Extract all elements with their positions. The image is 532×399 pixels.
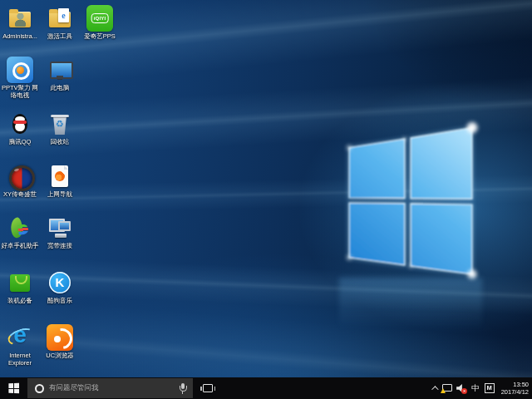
desktop-icon-haozhuo[interactable]: 好卓手机助手 [0,214,40,249]
folder-user-icon [7,5,33,32]
tray-expand-chevron-icon[interactable] [431,386,438,392]
desktop-icon-iqiyi[interactable]: 爱奇艺PPS [80,5,120,40]
uc-icon [47,324,73,351]
microphone-icon[interactable] [179,383,186,394]
desktop-icon-label: 激活工具 [40,32,80,40]
desktop-icon-label: 爱奇艺PPS [80,32,120,40]
bag-icon [7,269,33,296]
desktop-icon-recycle[interactable]: 回收站 [40,111,80,145]
cortana-search-box[interactable]: 有问题尽管问我 [27,378,193,398]
task-view-button[interactable] [197,377,219,399]
desktop-icon-folder-user[interactable]: Administra... [0,5,40,40]
kugou-icon [47,269,73,296]
desktop-icon-kugou[interactable]: 酷狗音乐 [40,269,80,304]
desktop-icon-label: 上网导航 [40,190,80,198]
desktop-icon-folder-e[interactable]: 激活工具 [40,5,80,40]
desktop-icon-broadband[interactable]: 宽带连接 [40,214,80,249]
cortana-icon [35,384,44,393]
qq-icon [7,111,33,137]
desktop-icon-label: Administra... [0,32,40,40]
desktop-icon-label: UC浏览器 [40,352,80,359]
search-placeholder: 有问题尽管问我 [49,383,179,393]
desktop-icon-label: Internet Explorer [0,352,40,367]
desktop-icon-bag[interactable]: 装机必备 [0,269,40,304]
iqiyi-icon [86,5,113,32]
haozhuo-icon [7,214,33,241]
clock-date: 2017/4/12 [501,388,529,396]
system-tray: 中 M 13:50 2017/4/12 [431,377,532,399]
desktop-icon-uc[interactable]: UC浏览器 [40,324,80,359]
task-view-icon [203,384,213,392]
desktop-icon-grid: Administra... 激活工具 爱奇艺PPS PPTV聚力 网络电视 此电… [0,0,532,399]
ime-language-indicator[interactable]: 中 [471,383,480,394]
volume-muted-icon[interactable] [456,383,466,393]
desktop-icon-qq[interactable]: 腾讯QQ [0,111,40,145]
desktop-icon-label: 酷狗音乐 [40,297,80,304]
desktop-icon-label: XY传奇盛世 [0,190,40,198]
desktop-icon-label: 回收站 [40,138,80,145]
recycle-icon [47,111,73,137]
desktop-icon-label: 宽带连接 [40,242,80,249]
desktop: Administra... 激活工具 爱奇艺PPS PPTV聚力 网络电视 此电… [0,0,532,399]
ime-mode-badge[interactable]: M [485,383,495,393]
desktop-icon-label: PPTV聚力 网络电视 [0,84,40,99]
desktop-icon-label: 此电脑 [40,84,80,91]
clock-time: 13:50 [501,381,529,388]
ie-icon [7,324,33,351]
taskbar: 有问题尽管问我 中 M 13:50 2017/4/12 [0,377,532,399]
desktop-icon-label: 装机必备 [0,297,40,304]
desktop-icon-ie[interactable]: Internet Explorer [0,324,40,367]
desktop-icon-navdoc[interactable]: 上网导航 [40,163,80,198]
start-button[interactable] [0,377,27,399]
desktop-icon-pptv[interactable]: PPTV聚力 网络电视 [0,57,40,99]
desktop-icon-xy[interactable]: XY传奇盛世 [0,163,40,198]
clock[interactable]: 13:50 2017/4/12 [500,381,529,396]
computer-icon [47,57,73,83]
broadband-icon [47,214,73,241]
desktop-icon-computer[interactable]: 此电脑 [40,57,80,91]
network-warning-icon[interactable] [441,383,451,393]
windows-flag-icon [8,383,19,393]
desktop-icon-label: 腾讯QQ [0,138,40,145]
pptv-icon [7,57,33,83]
desktop-icon-label: 好卓手机助手 [0,242,40,249]
folder-e-icon [47,5,73,32]
navdoc-icon [47,163,73,190]
xy-icon [7,163,33,190]
